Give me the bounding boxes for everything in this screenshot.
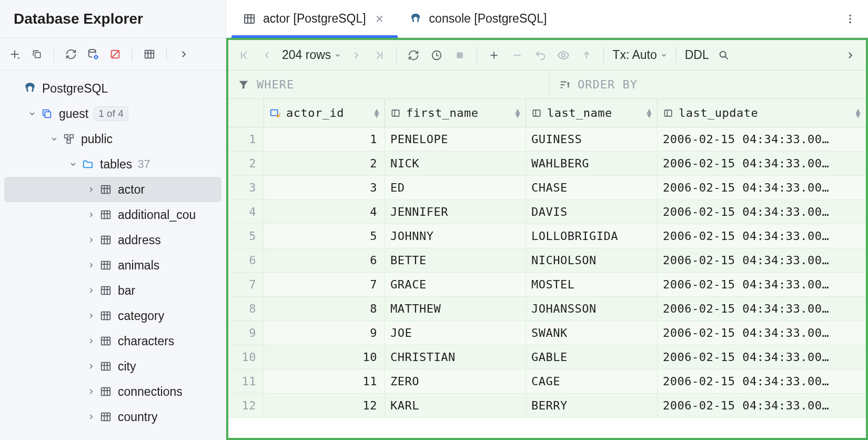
cell-last-update[interactable]: 2006-02-15 04:34:33.00… bbox=[658, 152, 866, 175]
cell-actor-id[interactable]: 12 bbox=[264, 394, 385, 417]
cell-last-name[interactable]: GUINESS bbox=[526, 127, 658, 151]
search-button[interactable] bbox=[712, 44, 735, 67]
table-row[interactable]: 33EDCHASE2006-02-15 04:34:33.00… bbox=[228, 176, 866, 200]
cell-first-name[interactable]: ED bbox=[385, 176, 526, 199]
gutter-header[interactable] bbox=[228, 99, 264, 127]
cell-actor-id[interactable]: 7 bbox=[264, 273, 385, 296]
cell-first-name[interactable]: ZERO bbox=[385, 369, 526, 393]
delete-row-button[interactable] bbox=[506, 44, 529, 67]
column-header-actor-id[interactable]: actor_id ▲▼ bbox=[264, 99, 385, 127]
cell-first-name[interactable]: NICK bbox=[385, 152, 526, 175]
close-icon[interactable]: ✕ bbox=[374, 13, 386, 25]
cell-actor-id[interactable]: 1 bbox=[264, 127, 385, 151]
table-row[interactable]: 1111ZEROCAGE2006-02-15 04:34:33.00… bbox=[228, 369, 866, 394]
table-row[interactable]: 55JOHNNYLOLLOBRIGIDA2006-02-15 04:34:33.… bbox=[228, 224, 866, 248]
cell-actor-id[interactable]: 11 bbox=[264, 369, 385, 393]
cell-last-update[interactable]: 2006-02-15 04:34:33.00… bbox=[658, 176, 866, 199]
table-row[interactable]: 1212KARLBERRY2006-02-15 04:34:33.00… bbox=[228, 394, 866, 418]
cell-last-update[interactable]: 2006-02-15 04:34:33.00… bbox=[658, 297, 866, 321]
tab-console[interactable]: console [PostgreSQL] bbox=[398, 0, 559, 37]
view-mode-button[interactable] bbox=[139, 44, 160, 65]
tree-table-city[interactable]: city bbox=[0, 354, 226, 379]
table-row[interactable]: 22NICKWAHLBERG2006-02-15 04:34:33.00… bbox=[228, 152, 866, 176]
table-row[interactable]: 1010CHRISTIANGABLE2006-02-15 04:34:33.00… bbox=[228, 345, 866, 369]
tree-table-address[interactable]: address bbox=[0, 227, 226, 253]
table-row[interactable]: 11PENELOPEGUINESS2006-02-15 04:34:33.00… bbox=[228, 127, 866, 152]
cell-last-name[interactable]: GABLE bbox=[526, 345, 658, 369]
tree-schema[interactable]: public bbox=[0, 126, 226, 152]
reload-button[interactable] bbox=[402, 44, 425, 67]
cell-last-name[interactable]: BERRY bbox=[526, 394, 658, 417]
cell-first-name[interactable]: KARL bbox=[385, 394, 526, 417]
where-filter-input[interactable]: WHERE bbox=[228, 71, 549, 98]
cell-actor-id[interactable]: 2 bbox=[264, 152, 385, 175]
tx-mode-selector[interactable]: Tx: Auto bbox=[609, 48, 670, 62]
ddl-button[interactable]: DDL bbox=[682, 48, 712, 62]
submit-button[interactable] bbox=[575, 44, 598, 67]
cell-actor-id[interactable]: 4 bbox=[264, 200, 385, 224]
column-header-last-update[interactable]: last_update ▲▼ bbox=[658, 99, 866, 127]
tree-database[interactable]: guest 1 of 4 bbox=[0, 101, 226, 126]
duplicate-button[interactable] bbox=[26, 44, 47, 65]
cell-last-name[interactable]: MOSTEL bbox=[526, 273, 658, 296]
cell-actor-id[interactable]: 3 bbox=[264, 176, 385, 199]
cell-last-update[interactable]: 2006-02-15 04:34:33.00… bbox=[658, 321, 866, 345]
add-datasource-button[interactable] bbox=[4, 44, 25, 65]
tree-datasource[interactable]: PostgreSQL bbox=[0, 76, 226, 101]
tree-table-category[interactable]: category bbox=[0, 303, 226, 328]
table-row[interactable]: 77GRACEMOSTEL2006-02-15 04:34:33.00… bbox=[228, 273, 866, 297]
expand-menu-button[interactable] bbox=[173, 44, 194, 65]
cell-last-update[interactable]: 2006-02-15 04:34:33.00… bbox=[658, 369, 866, 393]
next-page-button[interactable] bbox=[345, 44, 368, 67]
orderby-filter-input[interactable]: ORDER BY bbox=[549, 71, 866, 98]
cell-first-name[interactable]: BETTE bbox=[385, 248, 526, 272]
table-row[interactable]: 66BETTENICHOLSON2006-02-15 04:34:33.00… bbox=[228, 248, 866, 273]
last-page-button[interactable] bbox=[368, 44, 391, 67]
cell-last-update[interactable]: 2006-02-15 04:34:33.00… bbox=[658, 394, 866, 417]
prev-page-button[interactable] bbox=[256, 44, 279, 67]
disconnect-button[interactable] bbox=[105, 44, 126, 65]
cell-last-name[interactable]: NICHOLSON bbox=[526, 248, 658, 272]
column-header-first-name[interactable]: first_name ▲▼ bbox=[385, 99, 526, 127]
cell-last-name[interactable]: CHASE bbox=[526, 176, 658, 199]
table-row[interactable]: 44JENNIFERDAVIS2006-02-15 04:34:33.00… bbox=[228, 200, 866, 224]
add-row-button[interactable] bbox=[482, 44, 506, 67]
preview-button[interactable] bbox=[552, 44, 575, 67]
cell-last-update[interactable]: 2006-02-15 04:34:33.00… bbox=[658, 248, 866, 272]
row-count-selector[interactable]: 204 rows bbox=[279, 48, 345, 62]
tree-table-connections[interactable]: connections bbox=[0, 379, 226, 404]
cell-actor-id[interactable]: 9 bbox=[264, 321, 385, 345]
cell-last-name[interactable]: WAHLBERG bbox=[526, 152, 658, 175]
cell-actor-id[interactable]: 10 bbox=[264, 345, 385, 369]
cell-first-name[interactable]: GRACE bbox=[385, 273, 526, 296]
tabs-more-button[interactable] bbox=[837, 6, 863, 32]
cell-last-name[interactable]: LOLLOBRIGIDA bbox=[526, 224, 658, 248]
cell-last-name[interactable]: DAVIS bbox=[526, 200, 658, 224]
tree-table-animals[interactable]: animals bbox=[0, 253, 226, 278]
cell-last-name[interactable]: SWANK bbox=[526, 321, 658, 345]
tree-table-actor[interactable]: actor bbox=[4, 177, 221, 202]
cell-last-update[interactable]: 2006-02-15 04:34:33.00… bbox=[658, 224, 866, 248]
cell-first-name[interactable]: PENELOPE bbox=[385, 127, 526, 151]
cell-last-name[interactable]: JOHANSSON bbox=[526, 297, 658, 321]
cell-actor-id[interactable]: 6 bbox=[264, 248, 385, 272]
column-header-last-name[interactable]: last_name ▲▼ bbox=[526, 99, 658, 127]
cell-last-update[interactable]: 2006-02-15 04:34:33.00… bbox=[658, 200, 866, 224]
cell-last-update[interactable]: 2006-02-15 04:34:33.00… bbox=[658, 127, 866, 151]
toolbar-expand-button[interactable] bbox=[839, 44, 862, 67]
cell-last-name[interactable]: CAGE bbox=[526, 369, 658, 393]
stop-button[interactable] bbox=[448, 44, 471, 67]
tree-table-country[interactable]: country bbox=[0, 404, 226, 429]
tree-tables-folder[interactable]: tables 37 bbox=[0, 152, 226, 177]
tree-table-characters[interactable]: characters bbox=[0, 328, 226, 354]
history-button[interactable] bbox=[425, 44, 448, 67]
cell-first-name[interactable]: MATTHEW bbox=[385, 297, 526, 321]
refresh-button[interactable] bbox=[60, 44, 82, 65]
cell-last-update[interactable]: 2006-02-15 04:34:33.00… bbox=[658, 273, 866, 296]
cell-first-name[interactable]: JENNIFER bbox=[385, 200, 526, 224]
cell-actor-id[interactable]: 8 bbox=[264, 297, 385, 321]
tree-table-bar[interactable]: bar bbox=[0, 278, 226, 303]
tree-table-additional_cou[interactable]: additional_cou bbox=[0, 202, 226, 227]
tab-actor[interactable]: actor [PostgreSQL] ✕ bbox=[231, 0, 398, 37]
first-page-button[interactable] bbox=[233, 44, 256, 67]
